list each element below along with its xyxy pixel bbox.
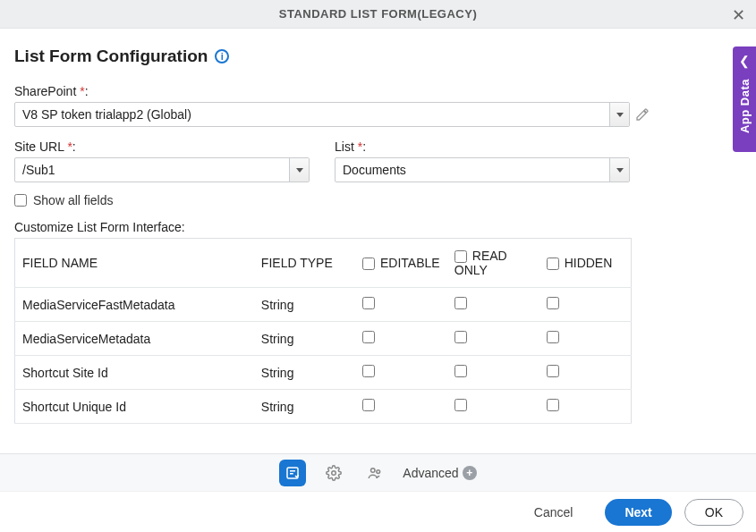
- cancel-button[interactable]: Cancel: [514, 499, 593, 526]
- editable-checkbox[interactable]: [362, 399, 375, 411]
- cell-field-type: String: [254, 322, 355, 356]
- readonly-checkbox[interactable]: [454, 399, 467, 411]
- hidden-checkbox[interactable]: [547, 331, 559, 343]
- header-hidden: HIDDEN: [539, 239, 632, 288]
- editable-checkbox[interactable]: [362, 297, 375, 309]
- cell-field-name: MediaServiceFastMetadata: [15, 288, 254, 322]
- readonly-checkbox[interactable]: [454, 297, 467, 309]
- svg-point-1: [332, 470, 336, 475]
- cell-field-type: String: [254, 288, 355, 322]
- table-row: Shortcut Unique IdString: [15, 390, 632, 424]
- site-url-select[interactable]: /Sub1: [14, 157, 310, 182]
- footer: Cancel Next OK: [0, 491, 756, 532]
- hidden-checkbox[interactable]: [547, 365, 559, 377]
- close-icon[interactable]: ✕: [732, 5, 745, 25]
- hidden-checkbox[interactable]: [547, 399, 559, 411]
- header-readonly: READ ONLY: [447, 239, 539, 288]
- info-icon[interactable]: i: [215, 49, 229, 63]
- dropdown-icon[interactable]: [609, 158, 629, 182]
- required-asterisk: *: [80, 84, 84, 98]
- form-tool-icon[interactable]: [279, 460, 306, 486]
- sharepoint-select[interactable]: V8 SP token trialapp2 (Global): [14, 102, 630, 127]
- table-row: MediaServiceMetadataString: [15, 322, 632, 356]
- dropdown-icon[interactable]: [609, 103, 629, 126]
- ok-button[interactable]: OK: [684, 499, 743, 526]
- app-data-side-tab[interactable]: ❮ App Data: [733, 46, 756, 152]
- list-select[interactable]: Documents: [335, 157, 630, 182]
- dropdown-icon[interactable]: [289, 158, 309, 182]
- readonly-all-checkbox[interactable]: [454, 250, 467, 263]
- pencil-icon[interactable]: [635, 107, 650, 122]
- cell-field-name: Shortcut Unique Id: [15, 390, 254, 424]
- bottom-toolbar: Advanced +: [0, 453, 756, 491]
- sharepoint-value: V8 SP token trialapp2 (Global): [15, 107, 609, 122]
- cell-field-type: String: [254, 390, 355, 424]
- list-value: Documents: [336, 163, 609, 177]
- hidden-all-checkbox[interactable]: [547, 258, 559, 270]
- page-title: List Form Configuration: [14, 46, 208, 66]
- editable-checkbox[interactable]: [362, 365, 375, 377]
- sharepoint-label: SharePoint *:: [14, 84, 742, 98]
- svg-point-2: [371, 468, 376, 472]
- show-all-fields-checkbox[interactable]: [14, 194, 27, 207]
- advanced-button[interactable]: Advanced +: [403, 466, 476, 480]
- svg-point-3: [377, 469, 380, 473]
- chevron-left-icon: ❮: [739, 54, 750, 68]
- title-bar-text: STANDARD LIST FORM(LEGACY): [279, 7, 477, 21]
- table-row: MediaServiceFastMetadataString: [15, 288, 632, 322]
- customize-section-label: Customize List Form Interface:: [14, 220, 742, 234]
- cell-field-name: Shortcut Site Id: [15, 356, 254, 390]
- gear-icon[interactable]: [320, 460, 347, 486]
- app-data-label: App Data: [738, 79, 752, 133]
- header-editable: EDITABLE: [355, 239, 447, 288]
- fields-table: FIELD NAME FIELD TYPE EDITABLE READ ONLY…: [14, 238, 632, 424]
- roles-icon[interactable]: [361, 460, 388, 486]
- cell-field-name: MediaServiceMetadata: [15, 322, 254, 356]
- hidden-checkbox[interactable]: [547, 297, 559, 309]
- editable-all-checkbox[interactable]: [362, 258, 375, 270]
- required-asterisk: *: [67, 139, 72, 154]
- header-field-type: FIELD TYPE: [254, 239, 355, 288]
- show-all-fields-label: Show all fields: [33, 193, 114, 207]
- readonly-checkbox[interactable]: [454, 365, 467, 377]
- header-field-name: FIELD NAME: [15, 239, 254, 288]
- table-header-row: FIELD NAME FIELD TYPE EDITABLE READ ONLY…: [15, 239, 632, 288]
- title-bar: STANDARD LIST FORM(LEGACY) ✕: [0, 0, 756, 29]
- cell-field-type: String: [254, 356, 355, 390]
- site-url-value: /Sub1: [15, 163, 289, 177]
- table-row: Shortcut Site IdString: [15, 356, 632, 390]
- editable-checkbox[interactable]: [362, 331, 375, 343]
- readonly-checkbox[interactable]: [454, 331, 467, 343]
- list-label: List *:: [335, 139, 630, 154]
- required-asterisk: *: [358, 139, 362, 154]
- site-url-label: Site URL *:: [14, 139, 310, 154]
- plus-icon: +: [463, 466, 477, 480]
- next-button[interactable]: Next: [605, 499, 671, 526]
